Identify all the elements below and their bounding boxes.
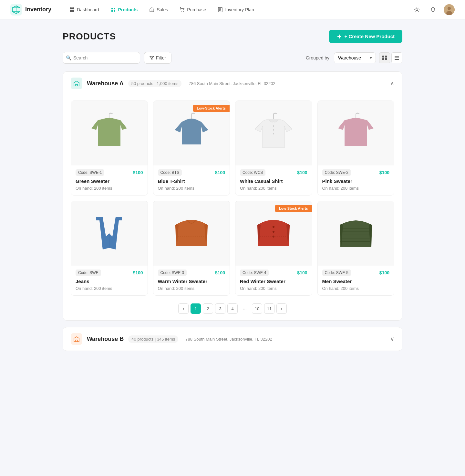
product-card[interactable]: Low-Stock Alerts Code: BTS $100 Blue T-S…: [153, 100, 230, 196]
product-card[interactable]: Code: SWE-1 $100 Green Sweater On hand: …: [71, 100, 148, 196]
product-image-wrap: [235, 101, 312, 165]
product-code: Code: SWE-4: [240, 270, 269, 276]
warehouse-b-header[interactable]: Warehouse B 40 products | 345 items 788 …: [63, 327, 402, 351]
page-2-button[interactable]: 2: [203, 303, 213, 314]
filter-icon: [150, 56, 154, 60]
product-image: [248, 107, 299, 159]
product-stock: On hand: 200 items: [76, 186, 143, 191]
product-stock: On hand: 200 items: [322, 186, 390, 191]
pagination: ‹ 1 2 3 4 ··· 10 11 ›: [71, 303, 394, 314]
user-avatar[interactable]: [444, 4, 455, 15]
warehouse-a-section: Warehouse A 50 products | 1,000 items 78…: [63, 71, 402, 321]
list-icon: [394, 55, 399, 60]
nav-products[interactable]: Products: [106, 5, 143, 15]
warehouse-icon-svg: [73, 80, 80, 87]
svg-point-23: [273, 125, 274, 127]
product-card[interactable]: Code: SWE $100 Jeans On hand: 200 items: [71, 201, 148, 296]
warehouse-a-header[interactable]: Warehouse A 50 products | 1,000 items 78…: [63, 72, 402, 95]
product-image-wrap: [71, 101, 148, 165]
product-code-row: Code: SWE-2 $100: [322, 169, 390, 176]
product-image-wrap: [71, 201, 148, 266]
warehouse-a-meta: 50 products | 1,000 items: [128, 80, 182, 87]
svg-point-6: [181, 11, 182, 12]
grouped-by-row: Grouped by: Warehouse Category Supplier …: [306, 52, 402, 63]
product-name: Warm Winter Sweater: [158, 279, 225, 284]
nav-inventory-plan[interactable]: Inventory Plan: [212, 5, 259, 15]
svg-rect-13: [382, 56, 384, 58]
product-price: $100: [215, 170, 225, 175]
svg-point-5: [151, 9, 152, 9]
warehouse-a-name: Warehouse A: [87, 80, 124, 87]
product-price: $100: [297, 170, 307, 175]
page-10-button[interactable]: 10: [252, 303, 262, 314]
next-page-button[interactable]: ›: [276, 303, 287, 314]
product-name: Green Sweater: [76, 178, 143, 184]
product-image: [330, 207, 382, 259]
dashboard-icon: [69, 7, 75, 12]
product-card[interactable]: Code: SWE-5 $100 Men Sweater On hand: 20…: [317, 201, 395, 296]
product-card[interactable]: Code: SWE-3 $100 Warm Winter Sweater On …: [153, 201, 230, 296]
svg-point-9: [416, 9, 418, 11]
avatar-image: [444, 4, 455, 15]
product-card[interactable]: Low-Stock Alerts: [235, 201, 312, 296]
svg-point-28: [273, 226, 274, 228]
svg-rect-15: [382, 58, 384, 60]
toolbar: 🔍 Filter Grouped by: Warehouse Category …: [63, 52, 402, 64]
svg-rect-18: [395, 58, 399, 58]
product-card[interactable]: Code: WCS $100 White Casual Shirt On han…: [235, 100, 312, 196]
warehouse-b-section: Warehouse B 40 products | 345 items 788 …: [63, 327, 402, 351]
product-price: $100: [379, 170, 389, 175]
bell-icon: [430, 7, 436, 13]
warehouse-b-icon: [71, 333, 82, 345]
product-code-row: Code: SWE $100: [76, 270, 143, 276]
prev-page-button[interactable]: ‹: [178, 303, 189, 314]
search-icon: 🔍: [66, 55, 71, 60]
product-price: $100: [297, 270, 307, 275]
product-info: Code: SWE $100 Jeans On hand: 200 items: [71, 266, 148, 295]
low-stock-badge: Low-Stock Alerts: [275, 205, 312, 212]
brand-logo[interactable]: Inventory: [10, 4, 51, 16]
create-product-button[interactable]: + Create New Product: [329, 30, 402, 43]
product-info: Code: SWE-5 $100 Men Sweater On hand: 20…: [318, 266, 394, 295]
product-code: Code: SWE-1: [76, 169, 104, 176]
nav-links: Dashboard Products Sales Purchase: [64, 5, 411, 15]
grid-view-button[interactable]: [379, 52, 390, 63]
product-card[interactable]: Code: SWE-2 $100 Pink Sweater On hand: 2…: [317, 100, 395, 196]
nav-sales[interactable]: Sales: [144, 5, 173, 15]
notifications-button[interactable]: [428, 4, 439, 15]
gear-icon: [414, 7, 420, 13]
brand-name: Inventory: [25, 6, 51, 13]
svg-rect-16: [385, 58, 387, 60]
nav-dashboard[interactable]: Dashboard: [64, 5, 104, 15]
product-price: $100: [215, 270, 225, 275]
group-select-wrap: Warehouse Category Supplier ▼: [334, 52, 376, 63]
main-content: PRODUCTS + Create New Product 🔍 Filter G…: [55, 19, 410, 368]
page-1-button[interactable]: 1: [191, 303, 201, 314]
low-stock-badge: Low-Stock Alerts: [193, 105, 230, 112]
product-stock: On hand: 200 items: [240, 286, 307, 291]
product-price: $100: [133, 170, 143, 175]
product-image-wrap: [153, 201, 230, 266]
product-image-wrap: [318, 201, 394, 266]
svg-rect-3: [70, 10, 72, 12]
page-11-button[interactable]: 11: [264, 303, 274, 314]
warehouse-a-icon: [71, 78, 82, 89]
product-stock: On hand: 200 items: [322, 286, 390, 291]
page-3-button[interactable]: 3: [215, 303, 225, 314]
product-image: [83, 107, 135, 159]
page-4-button[interactable]: 4: [227, 303, 238, 314]
page-dots: ···: [240, 303, 250, 314]
list-view-button[interactable]: [391, 52, 402, 63]
filter-button[interactable]: Filter: [144, 52, 171, 64]
product-code: Code: SWE: [76, 270, 101, 276]
product-code-row: Code: SWE-5 $100: [322, 270, 390, 276]
product-image: [166, 107, 217, 159]
settings-button[interactable]: [411, 4, 422, 15]
product-name: Pink Sweater: [322, 178, 390, 184]
group-select[interactable]: Warehouse Category Supplier: [334, 52, 376, 63]
product-image: [166, 207, 217, 259]
nav-purchase[interactable]: Purchase: [174, 5, 211, 15]
product-info: Code: SWE-3 $100 Warm Winter Sweater On …: [153, 266, 230, 295]
search-input[interactable]: [63, 52, 140, 64]
warehouse-b-icon-svg: [73, 336, 80, 342]
